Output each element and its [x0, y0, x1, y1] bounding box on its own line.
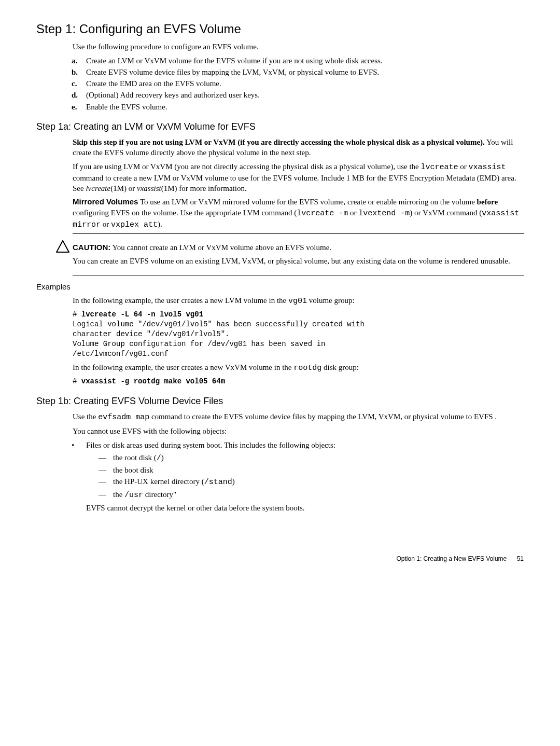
page-footer: Option 1: Creating a New EVFS Volume 51 [36, 555, 524, 563]
step1a-skip-paragraph: Skip this step if you are not using LVM … [73, 137, 524, 158]
text: command to create the EVFS volume device… [149, 412, 497, 421]
text: (1M) or [110, 184, 137, 192]
step1b-paragraph-2: You cannot use EVFS with the following o… [73, 426, 524, 436]
runin-label: Mirrored Volumes [73, 197, 138, 206]
heading-step1: Step 1: Configuring an EVFS Volume [36, 21, 524, 37]
heading-examples: Examples [36, 282, 524, 292]
italic-ref: lvcreate [86, 184, 110, 192]
text: ). [158, 220, 162, 228]
list-text: Create an LVM or VxVM volume for the EVF… [86, 56, 383, 66]
text: configuring EVFS on the volume. Use the … [73, 209, 297, 217]
caution-line-1: CAUTION: You cannot create an LVM or VxV… [73, 242, 524, 253]
page-number: 51 [517, 555, 524, 562]
list-trailing-text: EVFS cannot decrypt the kernel or other … [86, 503, 524, 513]
inline-code: lvcreate -m [297, 209, 348, 218]
bullet-marker: • [72, 440, 86, 514]
text: or [458, 162, 469, 171]
heading-step1a: Step 1a: Creating an LVM or VxVM Volume … [36, 120, 524, 133]
skip-bold: Skip this step if you are not using LVM … [73, 138, 485, 146]
inline-code: rootdg [293, 364, 321, 372]
text: ) or VxVM command ( [410, 209, 482, 217]
text: (1M) for more information. [161, 184, 247, 192]
list-text: the root disk (/) [113, 452, 164, 464]
dash-list: — the root disk (/) — the boot disk — th… [99, 452, 524, 501]
text: disk group: [321, 363, 359, 371]
caution-block: CAUTION: You cannot create an LVM or VxV… [56, 239, 524, 270]
bold: before [477, 198, 498, 206]
inline-code: lvextend -m [358, 209, 410, 218]
list-text: (Optional) Add recovery keys and authori… [86, 90, 260, 100]
step1b-paragraph-1: Use the evfsadm map command to create th… [73, 411, 524, 423]
list-item: — the root disk (/) [99, 452, 524, 464]
list-marker: e. [72, 102, 86, 112]
list-item: e. Enable the EVFS volume. [72, 102, 524, 112]
step1a-paragraph-2: If you are using LVM or VxVM (you are no… [73, 161, 524, 194]
inline-code: /usr [124, 491, 143, 500]
text: In the following example, the user creat… [73, 363, 293, 371]
list-item: — the boot disk [99, 465, 524, 475]
text: You cannot create an LVM or VxVM volume … [110, 243, 331, 252]
caution-label: CAUTION: [73, 243, 110, 252]
inline-code: vxassist [469, 163, 506, 172]
divider [73, 275, 524, 275]
list-item: b. Create EVFS volume device files by ma… [72, 67, 524, 77]
svg-marker-0 [57, 241, 69, 252]
text: or [101, 220, 111, 228]
text: In the following example, the user creat… [73, 296, 288, 305]
intro-paragraph: Use the following procedure to configure… [73, 42, 524, 52]
list-item: a. Create an LVM or VxVM volume for the … [72, 56, 524, 66]
code-block-2: # vxassist -g rootdg make vol05 64m [73, 377, 524, 386]
list-text: the boot disk [113, 465, 153, 475]
example2-intro: In the following example, the user creat… [73, 362, 524, 374]
caution-icon [56, 240, 73, 255]
dash-marker: — [99, 476, 113, 488]
list-item: c. Create the EMD area on the EVFS volum… [72, 78, 524, 89]
list-text: the /usr directory" [113, 489, 176, 501]
footer-text: Option 1: Creating a New EVFS Volume [397, 555, 507, 562]
inline-code: lvcreate [421, 163, 458, 172]
list-text: Files or disk areas used during system b… [86, 441, 335, 449]
code-block-1: # lvcreate -L 64 -n lvol5 vg01 Logical v… [73, 310, 524, 358]
heading-step1b: Step 1b: Creating EVFS Volume Device Fil… [36, 395, 524, 407]
list-text: Enable the EVFS volume. [86, 102, 167, 112]
dash-marker: — [99, 452, 113, 464]
list-item: — the HP-UX kernel directory (/stand) [99, 476, 524, 488]
list-text: Create the EMD area on the EVFS volume. [86, 78, 221, 89]
italic-ref: vxassist [137, 184, 161, 192]
inline-code: / [157, 454, 161, 463]
list-marker: c. [72, 78, 86, 89]
text: To use an LVM or VxVM mirrored volume fo… [138, 198, 477, 206]
list-marker: b. [72, 67, 86, 77]
text: Use the [73, 412, 98, 421]
procedure-list: a. Create an LVM or VxVM volume for the … [36, 56, 524, 112]
list-item: d. (Optional) Add recovery keys and auth… [72, 90, 524, 100]
list-item: • Files or disk areas used during system… [72, 440, 524, 514]
list-marker: d. [72, 90, 86, 100]
inline-code: vg01 [288, 297, 307, 306]
mirrored-volumes-paragraph: Mirrored Volumes To use an LVM or VxVM m… [73, 197, 524, 230]
dash-marker: — [99, 465, 113, 475]
dash-marker: — [99, 489, 113, 501]
inline-code: vxplex att [111, 220, 158, 229]
bullet-list: • Files or disk areas used during system… [36, 440, 524, 514]
example1-intro: In the following example, the user creat… [73, 295, 524, 307]
list-marker: a. [72, 56, 86, 66]
inline-code: /stand [204, 478, 232, 487]
text: If you are using LVM or VxVM (you are no… [73, 162, 421, 171]
divider [73, 233, 524, 234]
text: or [348, 209, 358, 217]
list-item: — the /usr directory" [99, 489, 524, 501]
inline-code: evfsadm map [98, 413, 149, 422]
list-text: Create EVFS volume device files by mappi… [86, 67, 379, 77]
text: volume group: [307, 296, 355, 305]
caution-line-2: You can create an EVFS volume on an exis… [73, 256, 524, 266]
list-text: the HP-UX kernel directory (/stand) [113, 476, 235, 488]
